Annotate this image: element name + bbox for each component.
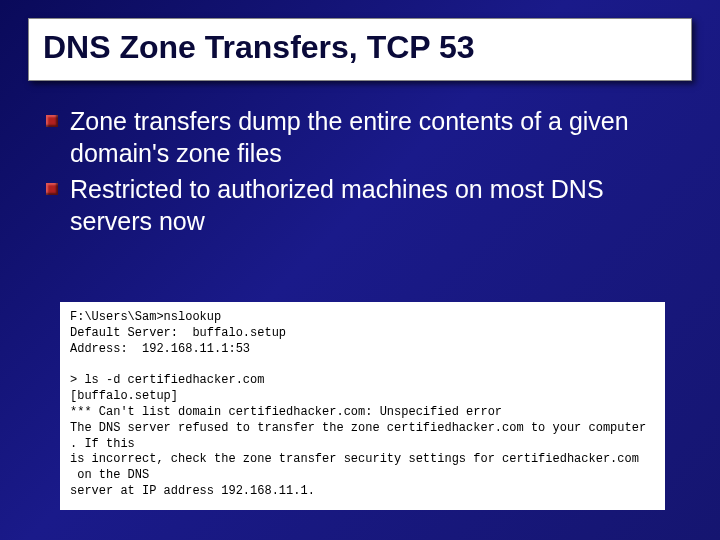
bullet-text: Zone transfers dump the entire contents … [70, 107, 629, 167]
terminal-line: server at IP address 192.168.11.1. [70, 484, 315, 498]
terminal-output: F:\Users\Sam>nslookup Default Server: bu… [60, 302, 665, 510]
terminal-line: The DNS server refused to transfer the z… [70, 421, 646, 435]
bullet-text: Restricted to authorized machines on mos… [70, 175, 604, 235]
terminal-line: [buffalo.setup] [70, 389, 178, 403]
terminal-line: > ls -d certifiedhacker.com [70, 373, 264, 387]
terminal-line: Address: 192.168.11.1:53 [70, 342, 250, 356]
terminal-line: *** Can't list domain certifiedhacker.co… [70, 405, 502, 419]
list-item: Restricted to authorized machines on mos… [46, 173, 680, 237]
terminal-line: is incorrect, check the zone transfer se… [70, 452, 639, 466]
terminal-line: F:\Users\Sam>nslookup [70, 310, 221, 324]
slide-title: DNS Zone Transfers, TCP 53 [28, 18, 692, 81]
terminal-line: . If this [70, 437, 135, 451]
terminal-line: on the DNS [70, 468, 149, 482]
bullet-icon [46, 183, 58, 195]
terminal-line: Default Server: buffalo.setup [70, 326, 286, 340]
bullet-icon [46, 115, 58, 127]
list-item: Zone transfers dump the entire contents … [46, 105, 680, 169]
bullet-list: Zone transfers dump the entire contents … [46, 105, 680, 237]
slide: DNS Zone Transfers, TCP 53 Zone transfer… [0, 18, 720, 540]
